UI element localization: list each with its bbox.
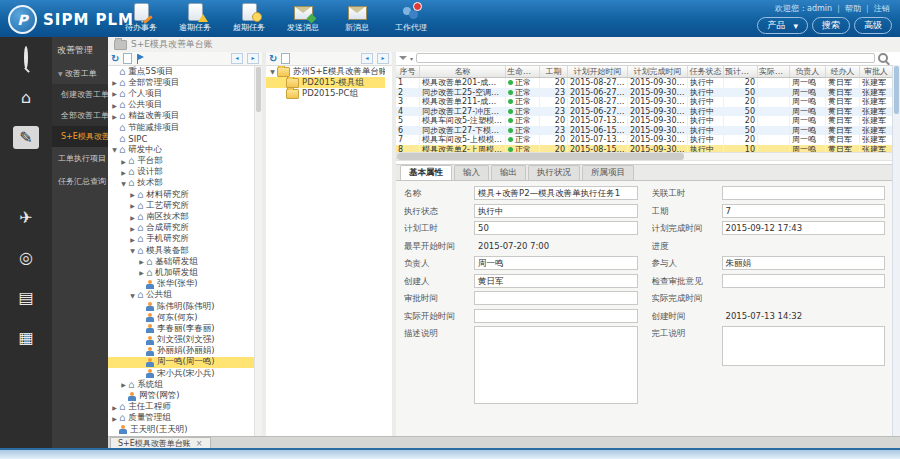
column-header-start[interactable]: 计划开始时间: [568, 66, 628, 77]
advanced-search-button[interactable]: 高级: [854, 17, 892, 34]
toolbar-item-todo-tasks[interactable]: 待办事务: [118, 3, 164, 33]
tree-item[interactable]: 周一鸣(周一鸣): [108, 357, 255, 368]
column-header-duration[interactable]: 工期: [540, 66, 568, 77]
tab-1[interactable]: 输入: [454, 165, 489, 180]
tree-item[interactable]: ▼⌂研发中心: [108, 144, 255, 155]
chevron-collapsed-icon[interactable]: ▶: [110, 113, 119, 120]
field-value[interactable]: 黄日军: [474, 274, 638, 288]
tree-item[interactable]: ▶⌂个人项目: [108, 88, 255, 99]
field-value[interactable]: 模具+改善P2—模具改善单执行任务1: [474, 186, 638, 200]
chevron-collapsed-icon[interactable]: ▶: [110, 415, 119, 422]
chevron-expanded-icon[interactable]: ▼: [268, 68, 277, 75]
tree-item[interactable]: ▶⌂质量管理组: [108, 413, 255, 424]
table-row[interactable]: 6同步改善工27-下模模具改善正常232015-06-15 7:432015-0…: [396, 126, 893, 136]
scrollbar-thumb[interactable]: [397, 153, 684, 160]
refresh-icon[interactable]: ↻: [269, 54, 277, 64]
tree-item[interactable]: 刘文强(刘文强): [108, 335, 255, 346]
chevron-expanded-icon[interactable]: ▼: [119, 180, 128, 187]
flag-icon[interactable]: [136, 54, 145, 64]
field-value[interactable]: 7: [722, 204, 886, 218]
rail-item-target[interactable]: ◎: [0, 237, 52, 277]
refresh-icon[interactable]: ↻: [111, 54, 119, 64]
table-row[interactable]: 7模具车间改5-上模模具改善正常202015-07-13 7:432015-09…: [396, 135, 893, 145]
tree-item[interactable]: ▶⌂平台部: [108, 156, 255, 167]
tree-item[interactable]: ▼苏州S+E模具改善单台账任务: [266, 66, 385, 77]
tree-item[interactable]: 何东(何东): [108, 312, 255, 323]
field-value[interactable]: 执行中: [474, 204, 638, 218]
field-value[interactable]: 2015-07-13 14:32: [722, 309, 886, 323]
tree-item[interactable]: ▶⌂合成研究所: [108, 223, 255, 234]
tree-item[interactable]: ▼⌂公共组: [108, 290, 255, 301]
chevron-collapsed-icon[interactable]: ▶: [119, 158, 128, 165]
chevron-collapsed-icon[interactable]: ▶: [137, 258, 146, 265]
field-value[interactable]: [474, 291, 638, 305]
tree-item[interactable]: PD2015-PC组: [266, 88, 385, 99]
table-row[interactable]: 4同步改善工27-冲压模具改善正常232015-06-27 7:252015-0…: [396, 107, 893, 117]
field-value[interactable]: 50: [474, 221, 638, 235]
column-header-life[interactable]: 生命周期: [506, 66, 540, 77]
rail-item-send[interactable]: ✈: [0, 197, 52, 237]
collapse-left-icon[interactable]: ◂: [231, 53, 243, 64]
new-document-icon[interactable]: [281, 53, 290, 64]
tree-item[interactable]: ⌂节能减排项目: [108, 122, 255, 133]
column-header-creator[interactable]: 经办人: [826, 66, 860, 77]
toolbar-item-work-proxy[interactable]: 工作代理: [388, 3, 434, 33]
tree-item[interactable]: ▶⌂全部管理项目: [108, 77, 255, 88]
chevron-expanded-icon[interactable]: ▼: [128, 247, 137, 254]
tab-0[interactable]: 基本属性: [400, 165, 452, 180]
tree-item[interactable]: ▶⌂工艺研究所: [108, 200, 255, 211]
search-icon[interactable]: [878, 53, 888, 63]
toolbar-item-expired-tasks[interactable]: 超期任务: [226, 3, 272, 33]
grid-horizontal-scrollbar[interactable]: [396, 152, 893, 161]
rail-item-idcard[interactable]: ▦: [0, 317, 52, 357]
welcome-text[interactable]: 欢迎您：admin ｜ 帮助 ｜ 注销: [775, 3, 890, 14]
field-value[interactable]: [722, 274, 886, 288]
tree-item[interactable]: ▶⌂机加研发组: [108, 267, 255, 278]
tree-item[interactable]: 陈伟明(陈伟明): [108, 301, 255, 312]
field-value[interactable]: 朱丽娟: [722, 256, 886, 270]
column-header-owner[interactable]: 负责人: [790, 66, 826, 77]
close-icon[interactable]: ×: [196, 439, 203, 448]
field-value[interactable]: 2015-07-20 7:00: [474, 239, 638, 253]
rail-item-edit[interactable]: ✎: [0, 117, 52, 157]
open-view-tab[interactable]: S+E模具改善单台账 ×: [110, 437, 211, 448]
tree-item[interactable]: 宋小兵(宋小兵): [108, 368, 255, 379]
chevron-expanded-icon[interactable]: ▼: [128, 292, 137, 299]
nav-sub-item-0[interactable]: 创建改善工单: [52, 84, 108, 105]
tree-item[interactable]: ⌂SIPC: [108, 133, 255, 144]
field-value[interactable]: [722, 326, 886, 366]
column-header-plan_hours[interactable]: 预计工时: [724, 66, 758, 77]
chevron-collapsed-icon[interactable]: ▶: [137, 269, 146, 276]
field-value[interactable]: [474, 326, 638, 404]
tree-item[interactable]: 王天明(王天明): [108, 424, 255, 435]
column-header-name[interactable]: 名称: [420, 66, 506, 77]
table-row[interactable]: 3模具改善单211-成型模具改善正常202015-08-27 7:232015-…: [396, 97, 893, 107]
tree-item[interactable]: ▶⌂材料研究所: [108, 189, 255, 200]
toolbar-item-new-message[interactable]: 新消息: [334, 3, 380, 33]
tree-item[interactable]: ▼⌂技术部: [108, 178, 255, 189]
tree-item[interactable]: ▶⌂公共项目: [108, 100, 255, 111]
new-document-icon[interactable]: [123, 53, 132, 64]
search-button[interactable]: 搜索: [812, 17, 850, 34]
chevron-expanded-icon[interactable]: ▼: [110, 146, 119, 153]
chevron-down-icon[interactable]: ▾: [410, 55, 413, 62]
filter-icon[interactable]: [399, 56, 407, 60]
rail-item-home[interactable]: ⌂: [0, 77, 52, 117]
tree-item[interactable]: ▶⌂手机研究所: [108, 234, 255, 245]
nav-sub-item-1[interactable]: 全部改善工单查询: [52, 105, 108, 126]
tree-item[interactable]: 李春丽(李春丽): [108, 323, 255, 334]
column-header-actual_hours[interactable]: 实际工时: [758, 66, 790, 77]
chevron-collapsed-icon[interactable]: ▶: [128, 202, 137, 209]
table-row[interactable]: 1模具改善单201-成型模具改善正常202015-08-27 7:232015-…: [396, 78, 893, 88]
chevron-collapsed-icon[interactable]: ▶: [110, 102, 119, 109]
table-row[interactable]: 2同步改善工25-空调模具改善正常232015-06-27 7:252015-0…: [396, 88, 893, 98]
tab-2[interactable]: 输出: [491, 165, 526, 180]
chevron-collapsed-icon[interactable]: ▶: [128, 214, 137, 221]
tree-item[interactable]: 网管(网管): [108, 390, 255, 401]
collapse-left-icon[interactable]: ◂: [361, 53, 373, 64]
column-header-no[interactable]: 序号: [396, 66, 420, 77]
column-header-approver[interactable]: 审批人: [860, 66, 893, 77]
tree-item[interactable]: ⌂重点5S项目: [108, 66, 255, 77]
column-header-status[interactable]: 任务状态: [688, 66, 724, 77]
tree-item[interactable]: 孙丽娟(孙丽娟): [108, 346, 255, 357]
